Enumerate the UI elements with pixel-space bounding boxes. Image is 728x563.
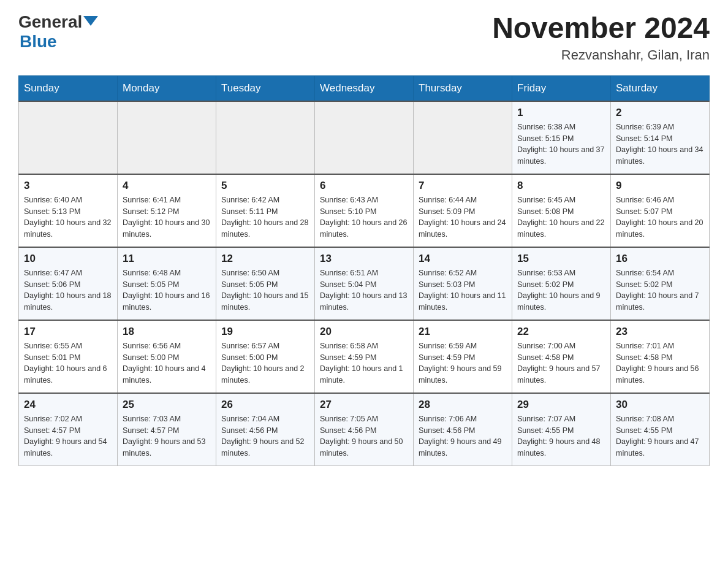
calendar-week-row: 24Sunrise: 7:02 AMSunset: 4:57 PMDayligh…	[19, 393, 710, 466]
day-info: Sunrise: 6:44 AMSunset: 5:09 PMDaylight:…	[419, 194, 507, 240]
day-number: 12	[221, 253, 309, 265]
day-number: 8	[517, 180, 605, 192]
day-number: 27	[320, 399, 408, 411]
calendar-body: 1Sunrise: 6:38 AMSunset: 5:15 PMDaylight…	[19, 101, 710, 466]
weekday-header: Wednesday	[315, 75, 414, 101]
day-info: Sunrise: 6:50 AMSunset: 5:05 PMDaylight:…	[221, 267, 309, 313]
calendar-day-cell	[19, 101, 118, 174]
day-number: 21	[419, 326, 507, 338]
calendar-day-cell: 7Sunrise: 6:44 AMSunset: 5:09 PMDaylight…	[414, 174, 512, 247]
calendar-day-cell: 16Sunrise: 6:54 AMSunset: 5:02 PMDayligh…	[611, 247, 710, 320]
calendar-day-cell: 17Sunrise: 6:55 AMSunset: 5:01 PMDayligh…	[19, 320, 118, 393]
day-info: Sunrise: 6:47 AMSunset: 5:06 PMDaylight:…	[24, 267, 112, 313]
calendar-day-cell: 22Sunrise: 7:00 AMSunset: 4:58 PMDayligh…	[512, 320, 611, 393]
calendar-day-cell: 10Sunrise: 6:47 AMSunset: 5:06 PMDayligh…	[19, 247, 118, 320]
calendar-day-cell: 19Sunrise: 6:57 AMSunset: 5:00 PMDayligh…	[216, 320, 315, 393]
day-info: Sunrise: 6:54 AMSunset: 5:02 PMDaylight:…	[616, 267, 704, 313]
calendar-day-cell: 3Sunrise: 6:40 AMSunset: 5:13 PMDaylight…	[19, 174, 118, 247]
calendar-day-cell: 15Sunrise: 6:53 AMSunset: 5:02 PMDayligh…	[512, 247, 611, 320]
day-number: 7	[419, 180, 507, 192]
day-number: 23	[616, 326, 704, 338]
day-info: Sunrise: 7:04 AMSunset: 4:56 PMDaylight:…	[221, 413, 309, 459]
day-number: 17	[24, 326, 112, 338]
day-number: 22	[517, 326, 605, 338]
calendar-day-cell: 23Sunrise: 7:01 AMSunset: 4:58 PMDayligh…	[611, 320, 710, 393]
day-number: 4	[123, 180, 211, 192]
day-number: 1	[517, 107, 605, 119]
day-number: 3	[24, 180, 112, 192]
day-info: Sunrise: 6:58 AMSunset: 4:59 PMDaylight:…	[320, 340, 408, 386]
day-number: 13	[320, 253, 408, 265]
day-info: Sunrise: 7:08 AMSunset: 4:55 PMDaylight:…	[616, 413, 704, 459]
calendar-day-cell: 25Sunrise: 7:03 AMSunset: 4:57 PMDayligh…	[118, 393, 216, 466]
day-info: Sunrise: 6:57 AMSunset: 5:00 PMDaylight:…	[221, 340, 309, 386]
calendar-day-cell: 29Sunrise: 7:07 AMSunset: 4:55 PMDayligh…	[512, 393, 611, 466]
day-info: Sunrise: 6:53 AMSunset: 5:02 PMDaylight:…	[517, 267, 605, 313]
page-header: General Blue November 2024 Rezvanshahr, …	[18, 12, 710, 63]
day-number: 20	[320, 326, 408, 338]
title-block: November 2024 Rezvanshahr, Gilan, Iran	[492, 12, 710, 63]
calendar-week-row: 1Sunrise: 6:38 AMSunset: 5:15 PMDaylight…	[19, 101, 710, 174]
calendar-day-cell: 24Sunrise: 7:02 AMSunset: 4:57 PMDayligh…	[19, 393, 118, 466]
calendar-day-cell: 1Sunrise: 6:38 AMSunset: 5:15 PMDaylight…	[512, 101, 611, 174]
calendar-day-cell: 11Sunrise: 6:48 AMSunset: 5:05 PMDayligh…	[118, 247, 216, 320]
day-info: Sunrise: 6:38 AMSunset: 5:15 PMDaylight:…	[517, 121, 605, 167]
calendar-day-cell: 5Sunrise: 6:42 AMSunset: 5:11 PMDaylight…	[216, 174, 315, 247]
day-info: Sunrise: 6:43 AMSunset: 5:10 PMDaylight:…	[320, 194, 408, 240]
calendar-day-cell: 8Sunrise: 6:45 AMSunset: 5:08 PMDaylight…	[512, 174, 611, 247]
day-number: 15	[517, 253, 605, 265]
calendar-subtitle: Rezvanshahr, Gilan, Iran	[492, 47, 710, 63]
day-number: 10	[24, 253, 112, 265]
day-number: 26	[221, 399, 309, 411]
calendar-day-cell	[414, 101, 512, 174]
day-number: 24	[24, 399, 112, 411]
day-number: 5	[221, 180, 309, 192]
calendar-week-row: 10Sunrise: 6:47 AMSunset: 5:06 PMDayligh…	[19, 247, 710, 320]
day-number: 18	[123, 326, 211, 338]
day-number: 28	[419, 399, 507, 411]
weekday-header: Thursday	[414, 75, 512, 101]
calendar-week-row: 17Sunrise: 6:55 AMSunset: 5:01 PMDayligh…	[19, 320, 710, 393]
day-info: Sunrise: 6:59 AMSunset: 4:59 PMDaylight:…	[419, 340, 507, 386]
calendar-table: SundayMondayTuesdayWednesdayThursdayFrid…	[18, 75, 710, 466]
day-info: Sunrise: 7:03 AMSunset: 4:57 PMDaylight:…	[123, 413, 211, 459]
calendar-day-cell: 26Sunrise: 7:04 AMSunset: 4:56 PMDayligh…	[216, 393, 315, 466]
calendar-day-cell: 20Sunrise: 6:58 AMSunset: 4:59 PMDayligh…	[315, 320, 414, 393]
calendar-title: November 2024	[492, 12, 710, 45]
day-number: 19	[221, 326, 309, 338]
calendar-day-cell: 12Sunrise: 6:50 AMSunset: 5:05 PMDayligh…	[216, 247, 315, 320]
calendar-day-cell: 28Sunrise: 7:06 AMSunset: 4:56 PMDayligh…	[414, 393, 512, 466]
logo: General Blue	[18, 12, 98, 52]
day-info: Sunrise: 6:51 AMSunset: 5:04 PMDaylight:…	[320, 267, 408, 313]
day-number: 14	[419, 253, 507, 265]
calendar-day-cell: 27Sunrise: 7:05 AMSunset: 4:56 PMDayligh…	[315, 393, 414, 466]
calendar-day-cell	[315, 101, 414, 174]
weekday-header: Monday	[118, 75, 216, 101]
calendar-day-cell: 9Sunrise: 6:46 AMSunset: 5:07 PMDaylight…	[611, 174, 710, 247]
day-info: Sunrise: 6:56 AMSunset: 5:00 PMDaylight:…	[123, 340, 211, 386]
calendar-day-cell: 18Sunrise: 6:56 AMSunset: 5:00 PMDayligh…	[118, 320, 216, 393]
calendar-day-cell: 30Sunrise: 7:08 AMSunset: 4:55 PMDayligh…	[611, 393, 710, 466]
day-info: Sunrise: 7:07 AMSunset: 4:55 PMDaylight:…	[517, 413, 605, 459]
day-number: 6	[320, 180, 408, 192]
day-info: Sunrise: 6:55 AMSunset: 5:01 PMDaylight:…	[24, 340, 112, 386]
day-info: Sunrise: 6:46 AMSunset: 5:07 PMDaylight:…	[616, 194, 704, 240]
calendar-day-cell: 4Sunrise: 6:41 AMSunset: 5:12 PMDaylight…	[118, 174, 216, 247]
day-number: 30	[616, 399, 704, 411]
calendar-day-cell: 6Sunrise: 6:43 AMSunset: 5:10 PMDaylight…	[315, 174, 414, 247]
weekday-row: SundayMondayTuesdayWednesdayThursdayFrid…	[19, 75, 710, 101]
day-info: Sunrise: 6:42 AMSunset: 5:11 PMDaylight:…	[221, 194, 309, 240]
day-info: Sunrise: 6:45 AMSunset: 5:08 PMDaylight:…	[517, 194, 605, 240]
calendar-week-row: 3Sunrise: 6:40 AMSunset: 5:13 PMDaylight…	[19, 174, 710, 247]
day-info: Sunrise: 7:05 AMSunset: 4:56 PMDaylight:…	[320, 413, 408, 459]
weekday-header: Saturday	[611, 75, 710, 101]
logo-blue-text: Blue	[20, 32, 57, 52]
calendar-day-cell	[118, 101, 216, 174]
day-info: Sunrise: 6:39 AMSunset: 5:14 PMDaylight:…	[616, 121, 704, 167]
calendar-header: SundayMondayTuesdayWednesdayThursdayFrid…	[19, 75, 710, 101]
day-info: Sunrise: 7:00 AMSunset: 4:58 PMDaylight:…	[517, 340, 605, 386]
day-number: 25	[123, 399, 211, 411]
weekday-header: Sunday	[19, 75, 118, 101]
day-info: Sunrise: 6:52 AMSunset: 5:03 PMDaylight:…	[419, 267, 507, 313]
day-number: 11	[123, 253, 211, 265]
